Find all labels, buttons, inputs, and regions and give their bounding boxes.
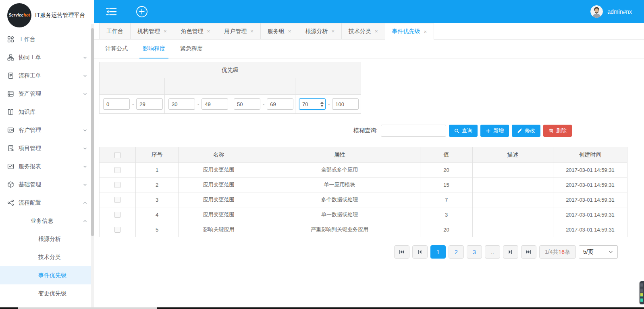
table-header-cell: 名称 — [179, 147, 259, 163]
priority-level-label — [295, 78, 361, 94]
tab-close-icon[interactable]: × — [250, 28, 253, 34]
page-ellipsis-button[interactable]: .. — [485, 245, 500, 259]
select-all-checkbox[interactable] — [114, 152, 120, 158]
prev-page-button[interactable] — [412, 245, 428, 259]
chevron-icon — [83, 255, 87, 260]
range-from-input[interactable] — [168, 98, 195, 110]
bottom-bar — [0, 307, 644, 309]
delete-button[interactable]: 删除 — [543, 125, 572, 137]
fuzzy-search-input[interactable] — [381, 125, 446, 137]
tab-close-icon[interactable]: × — [424, 29, 427, 35]
row-checkbox[interactable] — [114, 212, 120, 218]
chevron-icon — [83, 55, 87, 60]
user-avatar[interactable] — [590, 5, 603, 18]
tab[interactable]: 事件优先级 × — [385, 23, 434, 40]
range-from-field — [168, 98, 195, 110]
add-button[interactable]: 新增 — [480, 125, 509, 137]
plus-circle-icon[interactable] — [136, 6, 148, 18]
sidebar-item[interactable]: 业务信息 — [0, 212, 94, 230]
sidebar-item[interactable]: 变更优先级 — [0, 284, 94, 303]
sidebar-item[interactable]: 知识库 — [0, 103, 94, 121]
range-to-input[interactable] — [267, 98, 293, 110]
subtab[interactable]: 影响程度 — [143, 40, 165, 58]
chevron-icon — [83, 92, 87, 96]
sidebar-item[interactable]: 事件优先级 — [0, 266, 94, 284]
tab[interactable]: 机构管理 × — [130, 23, 174, 39]
tab[interactable]: 用户管理 × — [217, 23, 261, 39]
priority-range-cell: - — [230, 95, 295, 113]
meter-yellow-segment — [640, 293, 643, 296]
sidebar-item[interactable]: 协同工单 — [0, 48, 94, 67]
sidebar-item[interactable]: 资产管理 — [0, 85, 94, 103]
tab[interactable]: 工作台 × — [99, 23, 131, 39]
tab-close-icon[interactable]: × — [331, 28, 334, 34]
sidebar-scrollbar[interactable] — [91, 24, 94, 307]
page-2-button[interactable]: 2 — [449, 245, 464, 259]
subtab[interactable]: 紧急程度 — [180, 40, 203, 58]
cell-num: 2 — [136, 177, 179, 192]
sidebar-item[interactable]: 项目管理 — [0, 139, 94, 157]
range-to-input[interactable] — [202, 98, 228, 110]
range-from-input[interactable] — [103, 98, 130, 110]
subtab[interactable]: 计算公式 — [105, 40, 128, 58]
number-spinner-icon[interactable] — [320, 98, 324, 110]
sidebar-item[interactable]: 工作台 — [0, 30, 94, 48]
tab-close-icon[interactable]: × — [375, 28, 378, 34]
sidebar-item[interactable]: 流程配置 — [0, 194, 94, 212]
tab[interactable]: 根源分析 × — [298, 23, 342, 39]
cell-name: 应用变更范围 — [179, 207, 259, 222]
page-size-select[interactable]: 5/页 — [579, 245, 618, 259]
sidebar-menu: 工作台 协同工单 流程工单 资产管理 知识库 客户管理 — [0, 30, 94, 303]
table-header-cell: 序号 — [136, 147, 179, 163]
影响关键应用: 5 影响关键应用 严重影响到关键业务应用 20 2017-03-01 14:59… — [100, 222, 627, 237]
username[interactable]: admin#nx — [607, 8, 632, 15]
last-page-button[interactable] — [521, 245, 536, 259]
tab-close-icon[interactable]: × — [207, 28, 210, 34]
next-page-button[interactable] — [503, 245, 518, 259]
cell-created: 2017-03-01 14:59:31 — [553, 192, 627, 207]
select-chevron-icon — [608, 249, 613, 255]
row-checkbox[interactable] — [114, 227, 120, 233]
tab-label: 用户管理 — [224, 28, 247, 35]
page-1-button[interactable]: 1 — [430, 245, 446, 259]
tab[interactable]: 服务组 × — [260, 23, 299, 39]
table-header-cell: 属性 — [259, 147, 420, 163]
sidebar-item[interactable]: 服务报表 — [0, 157, 94, 175]
pagination-buttons: 1 2 3 .. — [394, 245, 536, 259]
sidebar-item-icon — [19, 217, 26, 224]
collapse-sidebar-icon[interactable] — [106, 7, 117, 16]
page-3-button[interactable]: 3 — [467, 245, 482, 259]
row-checkbox[interactable] — [114, 167, 120, 173]
tab[interactable]: 角色管理 × — [174, 23, 218, 39]
range-to-input[interactable] — [136, 98, 163, 110]
range-to-input[interactable] — [332, 98, 359, 110]
sidebar-item[interactable]: 技术分类 — [0, 248, 94, 266]
button-icon — [548, 128, 554, 134]
chevron-icon — [83, 219, 87, 223]
range-to-field — [267, 98, 293, 110]
sidebar-scrollbar-thumb[interactable] — [91, 28, 94, 236]
audio-meter-widget — [640, 281, 644, 304]
logo-text-hot: hot — [23, 13, 30, 17]
tab[interactable]: 技术分类 × — [341, 23, 385, 39]
tab-label: 服务组 — [268, 28, 285, 35]
row-checkbox[interactable] — [114, 197, 120, 203]
tab-close-icon[interactable]: × — [164, 28, 167, 34]
first-page-button[interactable] — [394, 245, 409, 259]
sidebar-item[interactable]: 基础管理 — [0, 175, 94, 194]
range-dash: - — [132, 101, 134, 107]
column-header-label: 创建时间 — [579, 151, 602, 158]
sidebar-item[interactable]: 流程工单 — [0, 67, 94, 85]
sidebar-item-icon — [7, 36, 14, 43]
range-from-input[interactable] — [234, 98, 260, 110]
tab-close-icon[interactable]: × — [288, 28, 291, 34]
row-checkbox[interactable] — [114, 182, 120, 188]
sidebar-item[interactable]: 客户管理 — [0, 121, 94, 139]
query-button[interactable]: 查询 — [449, 125, 478, 137]
chevron-icon — [83, 237, 87, 242]
edit-button[interactable]: 修改 — [512, 125, 540, 137]
sidebar-item-icon — [27, 290, 34, 297]
sidebar-item[interactable]: 根源分析 — [0, 230, 94, 248]
priority-level-label — [100, 78, 165, 94]
cell-name: 应用变更范围 — [179, 177, 259, 192]
